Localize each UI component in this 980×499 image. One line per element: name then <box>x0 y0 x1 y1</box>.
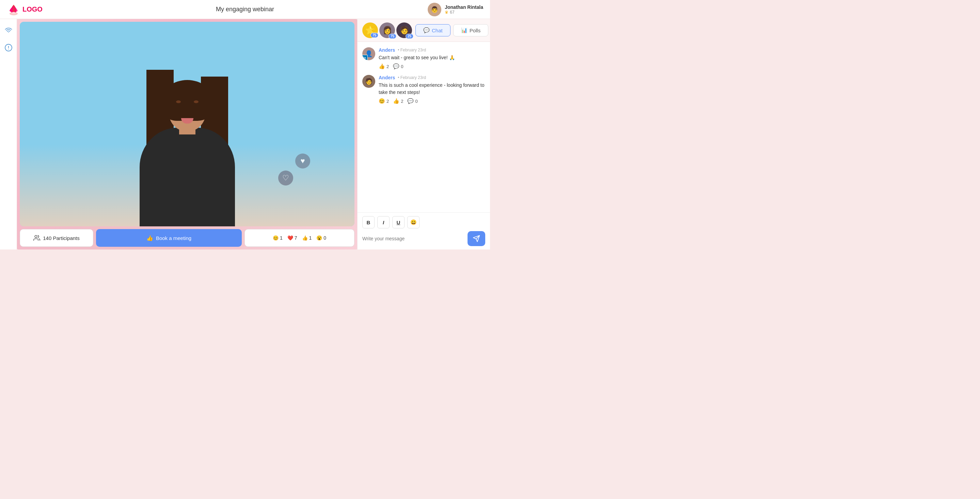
svg-point-3 <box>8 49 9 49</box>
left-eye <box>176 100 181 103</box>
info-icon[interactable] <box>3 42 14 53</box>
presenter-figure <box>112 29 262 226</box>
like-count-2: 2 <box>401 99 403 104</box>
main-layout: ♡ ♥ 140 Participants 👍 Book a meeting 😊 <box>0 19 490 249</box>
chat-message-1: 👤 in Anders • February 23rd Can't wait -… <box>362 47 485 70</box>
emoji-label: 😀 <box>410 219 417 225</box>
participants-icon <box>33 235 40 242</box>
chat-toolbar: B I U 😀 <box>362 216 485 229</box>
thumbs-up-reaction-item: 👍 1 <box>302 235 312 241</box>
book-icon: 👍 <box>146 235 153 242</box>
user-info-header: 👨 Jonathan Rintala ♛ 67 <box>428 3 483 16</box>
user-name: Jonathan Rintala <box>445 5 483 10</box>
msg-content-1: Anders • February 23rd Can't wait - grea… <box>379 47 485 70</box>
chat-tabs: 💬 Chat 📊 Polls <box>415 24 488 37</box>
send-button[interactable] <box>468 231 485 246</box>
video-container: ♡ ♥ <box>20 22 355 226</box>
logo: LOGO <box>7 3 43 16</box>
attendee-badge-1: 75 <box>371 33 378 38</box>
participants-button[interactable]: 140 Participants <box>20 229 93 247</box>
msg-reactions-1: 👍 2 💬 0 <box>379 63 485 70</box>
chat-sidebar: 🌟 75 👩 75 🧑 25 💬 Chat 📊 <box>357 19 490 249</box>
comment-icon-1: 💬 <box>393 63 399 70</box>
signal-svg <box>5 26 13 34</box>
polls-icon: 📊 <box>461 27 468 33</box>
right-eye <box>194 100 199 103</box>
chat-header: 🌟 75 👩 75 🧑 25 💬 Chat 📊 <box>358 19 490 42</box>
msg-reactions-2: 😊 2 👍 2 💬 0 <box>379 98 485 104</box>
user-details: Jonathan Rintala ♛ 67 <box>445 5 483 14</box>
msg-author-1: Anders <box>379 47 395 53</box>
comment-count-1: 0 <box>401 64 403 69</box>
chat-bubble-icon: 💬 <box>423 27 430 33</box>
logo-icon <box>7 3 21 16</box>
thumbs-up-emoji: 👍 <box>302 235 308 241</box>
chat-messages: 👤 in Anders • February 23rd Can't wait -… <box>358 42 490 212</box>
bold-label: B <box>367 219 371 225</box>
like-emoji-2: 👍 <box>393 98 399 104</box>
bold-button[interactable]: B <box>362 216 375 229</box>
like-emoji-1: 👍 <box>379 63 385 70</box>
msg-comment-reaction-2[interactable]: 💬 0 <box>407 98 417 104</box>
msg-avatar-emoji-2: 🧑 <box>365 78 372 85</box>
underline-button[interactable]: U <box>392 216 404 229</box>
smile-reaction-item: 😊 1 <box>273 235 283 241</box>
emoji-button[interactable]: 😀 <box>407 216 420 229</box>
msg-comment-reaction-1[interactable]: 💬 0 <box>393 63 403 70</box>
smile-count: 1 <box>280 235 283 241</box>
chat-input-row <box>362 231 485 246</box>
video-area: ♡ ♥ 140 Participants 👍 Book a meeting 😊 <box>17 19 357 249</box>
msg-smile-reaction-2[interactable]: 😊 2 <box>379 98 389 104</box>
polls-tab-label: Polls <box>469 27 481 33</box>
attendee-avatars: 🌟 75 👩 75 🧑 25 <box>362 22 412 38</box>
user-badge: ♛ 67 <box>445 10 454 14</box>
msg-header-2: Anders • February 23rd <box>379 75 485 80</box>
reactions-bar: 😊 1 ❤️ 7 👍 1 😮 0 <box>245 229 355 247</box>
book-meeting-button[interactable]: 👍 Book a meeting <box>96 229 242 247</box>
participants-label: 140 Participants <box>43 235 80 241</box>
avatar: 👨 <box>428 3 441 16</box>
person-body <box>140 128 235 226</box>
attendee-avatar-2: 👩 75 <box>379 22 395 38</box>
msg-like-reaction-2[interactable]: 👍 2 <box>393 98 403 104</box>
crown-icon: ♛ <box>445 10 449 14</box>
msg-author-2: Anders <box>379 75 395 80</box>
info-svg <box>5 44 13 52</box>
linkedin-badge-1: in <box>362 55 368 60</box>
wow-count: 0 <box>323 235 326 241</box>
msg-header-1: Anders • February 23rd <box>379 47 485 53</box>
svg-point-1 <box>11 12 16 14</box>
svg-point-4 <box>35 235 37 238</box>
wow-emoji: 😮 <box>317 235 322 241</box>
italic-button[interactable]: I <box>377 216 390 229</box>
chat-tab-label: Chat <box>432 27 443 33</box>
msg-avatar-2: 🧑 <box>362 75 375 88</box>
msg-date-2: • February 23rd <box>398 75 426 80</box>
message-input[interactable] <box>362 233 465 244</box>
attendee-avatar-1: 🌟 75 <box>362 22 378 38</box>
smile-emoji: 😊 <box>273 235 278 241</box>
tab-chat[interactable]: 💬 Chat <box>415 24 450 37</box>
person-head <box>169 87 206 131</box>
chat-message-2: 🧑 Anders • February 23rd This is such a … <box>362 75 485 104</box>
smile-count-2: 2 <box>387 99 389 104</box>
italic-label: I <box>383 219 384 225</box>
book-meeting-label: Book a meeting <box>156 235 191 241</box>
like-count-1: 2 <box>387 64 389 69</box>
mouth <box>181 118 193 124</box>
msg-text-1: Can't wait - great to see you live! 🙏 <box>379 54 485 61</box>
underline-label: U <box>397 219 401 225</box>
attendee-badge-2: 75 <box>388 34 396 39</box>
tab-polls[interactable]: 📊 Polls <box>453 24 488 37</box>
comment-icon-2: 💬 <box>407 98 414 104</box>
smile-emoji-2: 😊 <box>379 98 385 104</box>
thumbs-up-count: 1 <box>309 235 312 241</box>
msg-like-reaction-1[interactable]: 👍 2 <box>379 63 389 70</box>
heart-reaction-item: ❤️ 7 <box>287 235 297 241</box>
heart-count: 7 <box>294 235 297 241</box>
attendee-badge-3: 25 <box>406 34 414 39</box>
attendee-avatar-3: 🧑 25 <box>396 22 412 38</box>
left-sidebar <box>0 19 17 249</box>
signal-icon[interactable] <box>3 24 14 35</box>
wow-reaction-item: 😮 0 <box>317 235 326 241</box>
